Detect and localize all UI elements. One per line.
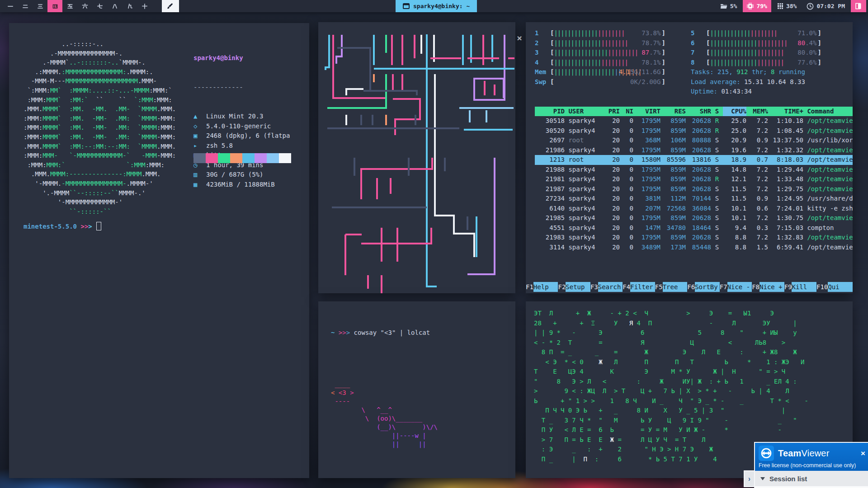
fn-label[interactable]: Kill bbox=[792, 282, 816, 292]
fn-key-f4[interactable]: F4 bbox=[623, 282, 630, 292]
process-row[interactable]: 21987 sparky42001795M859M20628S11.57.21:… bbox=[535, 184, 853, 194]
terminal-htop-window[interactable]: 1[|||||||||||||||||||||73.8%]2[|||||||||… bbox=[526, 22, 853, 293]
tray-disk[interactable]: 5% bbox=[716, 0, 741, 12]
fn-label[interactable]: Setup bbox=[566, 282, 590, 292]
tray-ram[interactable]: 38% bbox=[773, 0, 801, 12]
process-row[interactable]: 21988 sparky42001795M859M20628S14.87.21:… bbox=[535, 165, 853, 175]
column-header-pid[interactable]: PID bbox=[535, 107, 565, 117]
fastfetch-entry: ▥30G / 687G (5%) bbox=[193, 170, 290, 180]
tray-logout[interactable] bbox=[851, 0, 866, 12]
cpu-meter: 6[|||||||||||||||||||||||80.4%] bbox=[691, 38, 847, 48]
cpu-meter: 3[|||||||||||||||||||||||||87.7%] bbox=[535, 48, 691, 58]
system-tray: 5% 79% 38% bbox=[716, 0, 866, 12]
teamviewer-collapse-tab[interactable]: › bbox=[744, 470, 754, 487]
process-row[interactable]: 30518 sparky42001795M859M20628R25.07.21:… bbox=[535, 116, 853, 126]
column-header-ni[interactable]: NI bbox=[620, 107, 633, 117]
workspace-item-3[interactable] bbox=[33, 0, 47, 12]
shell-icon: ▸ bbox=[193, 141, 206, 151]
fn-key-f6[interactable]: F6 bbox=[687, 282, 695, 292]
terminal-fastfetch-window[interactable]: ..-:::::-.. .-MMMMMMMMMMMMMMM-. .-MMMM`.… bbox=[9, 23, 309, 478]
taskbar-window-button[interactable]: sparky4@binky: ~ bbox=[396, 0, 477, 12]
column-header-cpu%[interactable]: CPU% bbox=[723, 107, 746, 117]
column-header-user[interactable]: USER bbox=[565, 107, 601, 117]
process-row[interactable]: 21986 sparky42001795M859M20628S19.67.21:… bbox=[535, 145, 853, 155]
fn-key-f10[interactable]: F10 bbox=[816, 282, 828, 292]
workspace-item-6[interactable] bbox=[77, 0, 92, 12]
process-table-header[interactable]: PID USERPRINIVIRTRESSHRSCPU%MEM%TIME+ Co… bbox=[535, 107, 853, 117]
fn-key-f7[interactable]: F7 bbox=[720, 282, 727, 292]
column-header-res[interactable]: RES bbox=[660, 107, 686, 117]
workspace-item-8[interactable] bbox=[107, 0, 122, 12]
htop-process-table[interactable]: PID USERPRINIVIRTRESSHRSCPU%MEM%TIME+ Co… bbox=[535, 107, 853, 253]
column-header-shr[interactable]: SHR bbox=[686, 107, 711, 117]
door-exit-icon bbox=[855, 3, 862, 9]
fn-label[interactable]: Tree bbox=[663, 282, 688, 292]
process-row[interactable]: 21985 sparky42001795M859M20628S10.17.21:… bbox=[535, 213, 853, 223]
taskbar-window-title: sparky4@binky: ~ bbox=[413, 3, 470, 9]
fn-label[interactable]: Search bbox=[598, 282, 623, 292]
cpu-meter: 2[||||||||||||||||||||||78.7%] bbox=[535, 38, 691, 48]
tray-cpu[interactable]: 79% bbox=[743, 0, 771, 12]
terminal-pipes-window[interactable] bbox=[318, 22, 515, 293]
terminal-cowsay-window[interactable]: ~ >>> cowsay "<3" | lolcat ____< <3 > --… bbox=[318, 301, 515, 478]
workspace-item-4[interactable] bbox=[47, 0, 62, 12]
workspace-item-9[interactable] bbox=[122, 0, 137, 12]
fn-label[interactable]: Help bbox=[533, 282, 558, 292]
cpu-meter: 1[|||||||||||||||||||||73.8%] bbox=[535, 28, 691, 38]
teamviewer-popup[interactable]: TeamViewer × Free license (non-commercia… bbox=[754, 442, 868, 488]
fn-label[interactable]: Qui bbox=[828, 282, 853, 292]
top-bar: sparky4@binky: ~ 5% 79% bbox=[0, 0, 868, 12]
htop-app: 1[|||||||||||||||||||||73.8%]2[|||||||||… bbox=[526, 22, 853, 293]
process-row[interactable]: 27234 sparky4200381M112M70144S11.50.91:2… bbox=[535, 194, 853, 204]
cpu-meter: 5[||||||||||||||||||||71.0%] bbox=[691, 28, 847, 38]
clock-value: 07:02 PM bbox=[816, 3, 845, 9]
fn-label[interactable]: SortBy bbox=[695, 282, 720, 292]
fn-label[interactable]: Nice - bbox=[727, 282, 752, 292]
tray-clock[interactable]: 07:02 PM bbox=[802, 0, 849, 12]
teamviewer-footer-strip bbox=[755, 486, 868, 488]
fastfetch-entry: ◇5.4.0-110-generic bbox=[193, 122, 290, 131]
clock-icon bbox=[807, 3, 814, 10]
workspace-item-7[interactable] bbox=[92, 0, 107, 12]
fn-key-f1[interactable]: F1 bbox=[526, 282, 533, 292]
process-row[interactable]: 4551 sparky4200147M3478018464S9.40.37:15… bbox=[535, 223, 853, 233]
cpu-usage-value: 79% bbox=[756, 3, 767, 9]
fn-label[interactable]: Nice + bbox=[760, 282, 784, 292]
close-icon[interactable]: × bbox=[861, 450, 865, 457]
workspace-item-10[interactable] bbox=[137, 0, 152, 12]
fn-key-f3[interactable]: F3 bbox=[590, 282, 598, 292]
process-row[interactable]: 3114 sparky42003489M173M85448S8.81.56:59… bbox=[535, 243, 853, 253]
column-header-time+[interactable]: TIME+ bbox=[768, 107, 803, 117]
column-header-pri[interactable]: PRI bbox=[601, 107, 620, 117]
process-row[interactable]: 2697 root200368M106M80888S20.90.913:37.5… bbox=[535, 136, 853, 145]
htop-summary-line: Tasks: 215, 912 thr; 8 running bbox=[691, 67, 847, 77]
column-header-virt[interactable]: VIRT bbox=[633, 107, 660, 117]
htop-meters-left: 1[|||||||||||||||||||||73.8%]2[|||||||||… bbox=[535, 28, 691, 97]
paintbrush-icon bbox=[167, 3, 174, 10]
workspace-item-5[interactable] bbox=[62, 0, 77, 12]
paintbrush-button[interactable] bbox=[162, 0, 179, 12]
cowsay-command-line: ~ >>> cowsay "<3" | lolcat bbox=[331, 328, 512, 337]
palette-swatch bbox=[218, 153, 230, 163]
process-row[interactable]: 21983 sparky42001795M859M20628S8.87.21:3… bbox=[535, 233, 853, 243]
workspace-item-1[interactable] bbox=[3, 0, 18, 12]
fn-label[interactable]: Filter bbox=[630, 282, 655, 292]
column-header-command[interactable]: Command bbox=[803, 107, 853, 117]
process-row[interactable]: 30520 sparky42001795M859M20628R25.07.21:… bbox=[535, 126, 853, 136]
column-header-s[interactable]: S bbox=[711, 107, 723, 117]
fn-key-f9[interactable]: F9 bbox=[784, 282, 792, 292]
fastfetch-user-host: sparky4@binky bbox=[193, 53, 290, 63]
process-row[interactable]: 6140 sparky4200207M7256836084S10.10.67:2… bbox=[535, 204, 853, 214]
fastfetch-info: sparky4@binky ------------- ▲Linux Mint … bbox=[193, 34, 290, 209]
fn-key-f2[interactable]: F2 bbox=[558, 282, 566, 292]
process-row[interactable]: 1213 root2001580M8559613816S18.90.78:18.… bbox=[535, 155, 853, 165]
column-header-mem%[interactable]: MEM% bbox=[746, 107, 768, 117]
workspace-item-2[interactable] bbox=[18, 0, 33, 12]
palette-swatch bbox=[206, 153, 218, 163]
triangle-down-icon bbox=[760, 477, 765, 480]
teamviewer-header: TeamViewer × Free license (non-commercia… bbox=[755, 443, 868, 471]
fn-key-f5[interactable]: F5 bbox=[655, 282, 663, 292]
process-row[interactable]: 21981 sparky42001795M859M20628R12.17.21:… bbox=[535, 174, 853, 184]
teamviewer-session-list[interactable]: Session list bbox=[755, 471, 868, 486]
fn-key-f8[interactable]: F8 bbox=[752, 282, 760, 292]
